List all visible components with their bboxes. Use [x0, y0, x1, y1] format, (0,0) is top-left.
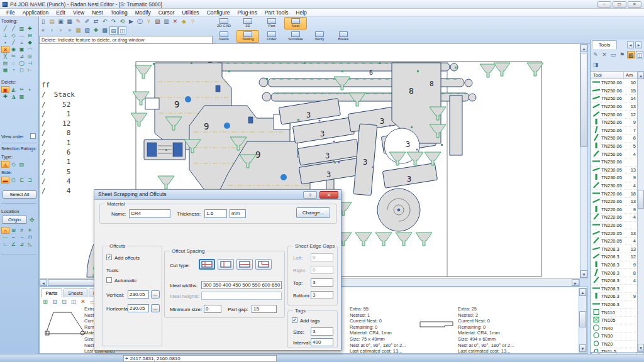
sidebar-icon[interactable]: ⊢ [26, 67, 34, 74]
info-icon[interactable]: ⓘ [136, 18, 144, 26]
columns-icon[interactable]: ▥ [162, 18, 170, 26]
sheet-icon[interactable]: ▩ [101, 26, 109, 35]
minimize-button[interactable]: ─ [597, 1, 611, 8]
menu-help[interactable]: Help [292, 9, 310, 16]
horizontal-field[interactable]: 230.05 [128, 304, 149, 312]
copy-part-icon[interactable]: ◫ [70, 298, 77, 305]
menu-utilities[interactable]: Utilities [178, 9, 203, 16]
new-part-icon[interactable]: ⊞ [42, 298, 49, 305]
origin-button[interactable]: Origin [2, 216, 27, 224]
tools-header[interactable]: Tool Am [591, 71, 637, 79]
btn-2d-cad[interactable]: 2D CAD [213, 17, 235, 30]
tool-row[interactable]: TN250.0610 [591, 79, 637, 87]
sidebar-icon[interactable]: ◬ [1, 161, 9, 168]
btn-3d[interactable]: 3D [236, 17, 259, 30]
part-gap-field[interactable]: 15 [252, 305, 277, 313]
sidebar-icon[interactable]: ◮ [9, 93, 18, 100]
sidebar-icon[interactable]: ∩ [1, 227, 9, 234]
tool-row[interactable]: TN250.0614 [591, 95, 637, 103]
scroll-down-icon[interactable]: ▾ [580, 270, 587, 278]
vertical-browse-button[interactable]: ... [151, 290, 160, 299]
sidebar-icon[interactable]: ▦ [18, 93, 26, 100]
sidebar-icon[interactable]: — [18, 32, 26, 39]
menu-nest[interactable]: Nest [88, 9, 106, 16]
menu-part-tools[interactable]: Part Tools [261, 9, 292, 16]
sidebar-icon[interactable]: ▦ [1, 67, 9, 74]
close-button[interactable]: ✕ [628, 1, 641, 8]
tool-row[interactable]: TN220.06 [591, 222, 637, 230]
sidebar-icon[interactable]: ◻ [9, 177, 18, 184]
part-info-3[interactable]: Extra: 25Nested: 2Current Nest: 0Remaini… [458, 306, 577, 354]
tool-row[interactable]: TN220.0613 [591, 198, 637, 206]
minimum-size-field[interactable]: 0 [204, 305, 221, 313]
btn-books[interactable]: Books [332, 30, 355, 43]
select-all-button[interactable]: Select All [3, 190, 36, 199]
tag-size-field[interactable]: 3 [311, 327, 333, 336]
sidebar-icon[interactable]: ▣ [1, 86, 9, 93]
print-icon[interactable]: ▦ [65, 18, 74, 26]
sidebar-icon[interactable]: ⌐ [9, 234, 18, 241]
tool-row[interactable]: TN250.064 [591, 150, 637, 158]
sidebar-icon[interactable]: ▪ [26, 86, 34, 93]
horizontal-browse-button[interactable]: ... [151, 304, 160, 312]
tool-row[interactable]: TN40 [591, 324, 637, 332]
add-tags-checkbox[interactable]: ✓ [292, 317, 297, 323]
sidebar-icon[interactable]: ▤ [18, 161, 26, 168]
sidebar-icon[interactable]: ⊣ [26, 60, 34, 67]
sidebar-icon[interactable]: ◺ [26, 241, 34, 248]
part-thumbnail-strip[interactable] [419, 320, 453, 329]
tab-sheets[interactable]: Sheets [64, 288, 87, 297]
tool-row[interactable]: TN208.312 [591, 253, 637, 261]
tool-row[interactable]: TN105 [591, 317, 637, 325]
sidebar-icon[interactable]: ⊐ [26, 177, 34, 184]
sidebar-icon[interactable]: ╱ [1, 25, 9, 32]
sidebar-icon[interactable]: ▥ [18, 25, 26, 32]
tool-row[interactable]: TN30 [591, 332, 637, 341]
refresh-icon[interactable]: ⟲ [118, 18, 126, 26]
swap-icon[interactable]: ⇄ [92, 18, 100, 26]
canvas-vertical-scrollbar[interactable]: ▴ ▾ [580, 44, 588, 278]
grid-icon[interactable]: ▦ [74, 26, 82, 35]
first-icon[interactable]: « [39, 26, 47, 35]
open-icon[interactable]: ▤ [48, 18, 56, 26]
tool-row[interactable]: TN220.064 [591, 214, 637, 222]
sidebar-icon[interactable]: ◻ [18, 67, 26, 74]
col-amount[interactable]: Am [626, 72, 633, 79]
menu-modify[interactable]: Modify [131, 9, 155, 16]
sidebar-icon[interactable]: ⊟ [26, 32, 34, 39]
sidebar-icon[interactable]: ✕ [1, 46, 9, 53]
sidebar-icon[interactable]: — [1, 234, 9, 241]
vertical-field[interactable]: 230.05 [128, 290, 149, 299]
btn-nest[interactable]: Nest [284, 17, 307, 30]
pointer-icon[interactable]: ▶ [127, 18, 135, 26]
help-icon[interactable]: ? [189, 18, 197, 26]
delete-part-icon[interactable]: ✕ [79, 298, 87, 305]
tool-row[interactable]: TN250.0612 [591, 111, 637, 119]
tool-row[interactable]: TN230.0513 [591, 167, 637, 175]
redo-icon[interactable]: ↷ [109, 18, 118, 26]
restore-button[interactable]: ◻ [613, 1, 626, 8]
tool-row[interactable]: TN250.066 [591, 134, 637, 143]
sidebar-icon[interactable]: ╱ [9, 25, 18, 32]
cut-type-1-button[interactable] [199, 259, 215, 270]
load-tool-icon[interactable]: ▭ [609, 51, 617, 58]
prev-icon[interactable]: ‹ [48, 26, 56, 35]
menu-tooling[interactable]: Tooling [107, 9, 131, 16]
dialog-help-button[interactable]: ? [303, 191, 317, 199]
tool-row[interactable]: TN208.38 [591, 269, 637, 277]
tool-row[interactable]: TN220.054 [591, 238, 637, 246]
draw-icon[interactable]: ✎ [74, 18, 82, 26]
btn-verify[interactable]: Verify [308, 30, 331, 43]
menu-configure[interactable]: Configure [203, 9, 234, 16]
delete-tool-icon[interactable]: ✕ [601, 51, 608, 58]
tool-row[interactable]: TN220.069 [591, 206, 637, 214]
sidebar-icon[interactable]: ⊥ [1, 32, 9, 39]
sidebar-icon[interactable]: ◌ [9, 60, 18, 67]
copy-tool-icon[interactable]: ◨ [592, 61, 599, 69]
sidebar-icon[interactable]: ¬ [18, 234, 26, 241]
menu-edit[interactable]: Edit [52, 9, 69, 16]
tools-vertical-scrollbar[interactable]: ▴ ▾ [637, 71, 644, 352]
scroll-right-icon[interactable]: ▸ [572, 279, 579, 286]
tool-row[interactable]: TN250.0613 [591, 103, 637, 111]
tool-row[interactable]: TN110 [591, 309, 637, 317]
